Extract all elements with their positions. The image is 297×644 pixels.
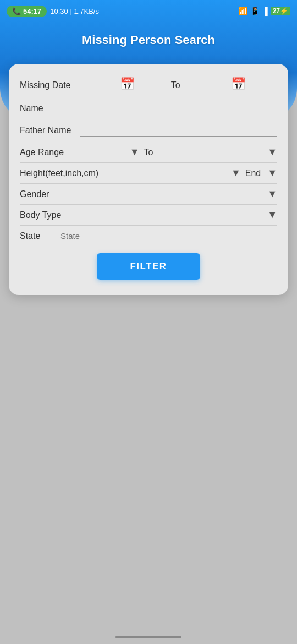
phone-icon: 📞: [12, 7, 21, 15]
height-dropdown-icon[interactable]: ▼: [231, 167, 241, 179]
age-range-label: Age Range: [20, 148, 128, 157]
filter-button[interactable]: FILTER: [97, 253, 200, 280]
state-label: State: [20, 231, 53, 241]
search-form-card: Missing Date 📅 To 📅 Name Father Name Age…: [9, 64, 288, 295]
state-row: State: [20, 230, 277, 242]
height-row: Height(feet,inch,cm) ▼ End ▼: [20, 165, 277, 184]
wifi-icon: 📶: [238, 7, 248, 15]
gender-row: Gender ▼: [20, 186, 277, 205]
missing-date-label: Missing Date: [20, 80, 70, 90]
time-net: 10:30 | 1.7KB/s: [50, 7, 99, 15]
to-date-input[interactable]: [185, 80, 229, 92]
height-end-label: End: [245, 168, 261, 178]
name-input[interactable]: [80, 102, 277, 114]
father-name-label: Father Name: [20, 125, 75, 135]
name-row: Name: [20, 102, 277, 114]
father-name-row: Father Name: [20, 124, 277, 137]
age-range-dropdown-icon[interactable]: ▼: [130, 146, 140, 158]
height-label: Height(feet,inch,cm): [20, 168, 229, 178]
call-indicator: 📞 54:17: [7, 6, 47, 17]
page-title: Missing Person Search: [0, 33, 297, 47]
age-end-dropdown-icon[interactable]: ▼: [267, 146, 277, 158]
age-to-label: To: [144, 148, 153, 157]
body-type-row: Body Type ▼: [20, 207, 277, 226]
body-type-dropdown-icon[interactable]: ▼: [267, 209, 277, 221]
missing-date-calendar-icon[interactable]: 📅: [120, 77, 135, 91]
body-type-label: Body Type: [20, 210, 265, 220]
height-end-dropdown-icon[interactable]: ▼: [267, 167, 277, 179]
father-name-input[interactable]: [80, 124, 277, 137]
gender-label: Gender: [20, 189, 265, 199]
state-input[interactable]: [58, 230, 277, 242]
age-range-row: Age Range ▼ To ▼: [20, 146, 277, 163]
signal-icon: ▐: [262, 7, 268, 15]
sim-icon: 📱: [250, 7, 260, 15]
missing-date-input-wrap: 📅: [74, 77, 166, 92]
missing-date-row: Missing Date 📅 To 📅: [20, 77, 277, 92]
missing-date-input[interactable]: [74, 80, 118, 92]
to-label: To: [171, 80, 180, 90]
to-date-input-wrap: 📅: [185, 77, 277, 92]
bottom-nav-bar: [116, 636, 182, 638]
name-label: Name: [20, 103, 75, 113]
call-time: 54:17: [23, 7, 41, 15]
to-date-calendar-icon[interactable]: 📅: [231, 77, 246, 91]
gender-dropdown-icon[interactable]: ▼: [267, 188, 277, 200]
status-bar: 📞 54:17 10:30 | 1.7KB/s 📶 📱 ▐ 27⚡: [0, 0, 297, 22]
battery-icon: 27⚡: [271, 7, 290, 15]
